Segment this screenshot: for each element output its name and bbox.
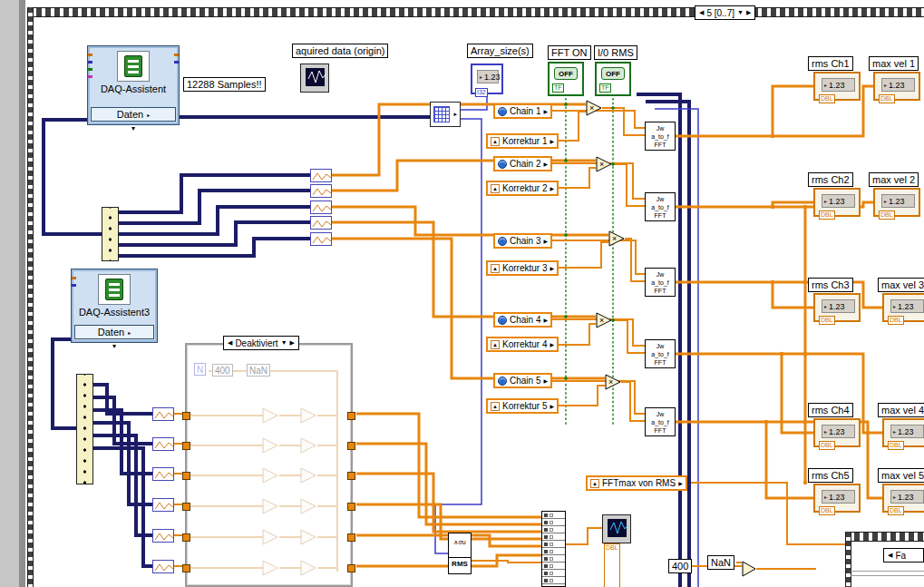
daq-assistent-node[interactable]: DAQ-Assistent Daten ▸ ▾ <box>87 45 180 125</box>
convert-dynamic-icon[interactable] <box>310 216 332 230</box>
daq-assistent-title: DAQ-Assistent <box>88 83 179 94</box>
sequence2-frame-selector[interactable]: ◀ Fa <box>883 548 924 563</box>
tunnel <box>182 442 190 450</box>
gutter-scroll-edge[interactable] <box>19 0 25 587</box>
korrektur-label: Korrektur 2 <box>502 183 547 193</box>
off-button[interactable]: OFF <box>601 67 625 80</box>
convert-dynamic-icon[interactable] <box>152 498 174 512</box>
prev-frame-icon[interactable]: ◀ <box>699 9 704 16</box>
daten-terminal-label: Daten <box>98 327 124 338</box>
daq-assistent-output[interactable]: Daten ▸ <box>91 107 176 122</box>
daq-assistent3-title: DAQ-Assistent3 <box>72 307 157 318</box>
const-nan-label: NaN <box>707 555 734 570</box>
up-icon: ▲ <box>491 137 500 146</box>
expand-icon[interactable]: ▾ <box>112 342 116 350</box>
fft-vi-node[interactable]: Jwa_to_fFFT <box>645 192 676 221</box>
daq-icon <box>98 274 131 305</box>
add-node[interactable] <box>742 561 760 577</box>
convert-dynamic-icon[interactable] <box>310 184 332 198</box>
chain-3-variable[interactable]: Chain 3▶ <box>493 233 552 249</box>
next-frame-icon[interactable]: ▶ <box>746 9 751 16</box>
frame-dropdown-icon[interactable]: ▼ <box>737 9 744 16</box>
matrix-node[interactable]: ▸ <box>430 102 461 127</box>
rms-vi-node[interactable]: ∧σu RMS <box>448 533 472 574</box>
max-vel-5-indicator[interactable]: ▸1.23DBL <box>882 484 924 513</box>
next-case-icon[interactable]: ▶ <box>290 339 295 347</box>
fftmax-variable[interactable]: ▲FFTmax von RMS▶ <box>586 475 687 491</box>
fft-vi-node[interactable]: Jwa_to_fFFT <box>645 268 676 297</box>
max-vel-3-indicator[interactable]: ▸1.23DBL <box>882 293 924 322</box>
output-tick-icon <box>174 54 179 56</box>
convert-dynamic-icon[interactable] <box>310 169 332 182</box>
prev-frame-icon[interactable]: ◀ <box>888 552 892 559</box>
rms-label: RMS <box>449 557 471 574</box>
rms-glyph: ∧σu <box>449 533 471 557</box>
rms-ch2-indicator[interactable]: ▸1.23DBL <box>813 188 861 217</box>
korrektur-4-variable[interactable]: ▲Korrektur 4▶ <box>486 337 559 352</box>
convert-dynamic-icon[interactable] <box>152 467 174 481</box>
sequence-frame-selector[interactable]: ◀ 5 [0..7] ▼ ▶ <box>695 5 755 20</box>
max-vel-2-indicator[interactable]: ▸1.23DBL <box>873 188 920 217</box>
tunnel <box>182 472 190 480</box>
prev-case-icon[interactable]: ◀ <box>228 339 232 347</box>
convert-dynamic-icon[interactable] <box>152 529 174 543</box>
split-signals-node[interactable] <box>76 374 93 484</box>
convert-dynamic-icon[interactable] <box>152 407 174 421</box>
rms-ch5-indicator[interactable]: ▸1.23DBL <box>813 484 861 513</box>
terminal-arrow-icon: ▸ <box>128 329 131 336</box>
chain-5-variable[interactable]: Chain 5▶ <box>493 373 552 388</box>
expand-icon[interactable]: ▾ <box>131 124 135 132</box>
convert-dynamic-icon[interactable] <box>152 437 174 451</box>
chain-4-variable[interactable]: Chain 4▶ <box>493 312 552 328</box>
fft-vi-node[interactable]: Jwa_to_fFFT <box>645 407 676 436</box>
rms-ch3-indicator[interactable]: ▸1.23DBL <box>813 293 861 322</box>
split-signals-node[interactable] <box>102 207 119 261</box>
sequence2-frame-label: Fa <box>895 551 906 561</box>
multiply-node[interactable]: × <box>605 374 623 390</box>
globe-icon <box>498 377 507 386</box>
waveform-graph-icon[interactable] <box>300 64 329 93</box>
off-button[interactable]: OFF <box>554 67 578 80</box>
fft-on-switch[interactable]: OFF TF <box>548 62 584 96</box>
rms-ch1-label: rms Ch1 <box>808 56 853 71</box>
array-size-indicator[interactable]: ▸1.23 I32 <box>471 64 503 94</box>
fft-on-label: FFT ON <box>548 45 591 60</box>
rms-ch4-indicator[interactable]: ▸1.23DBL <box>813 418 861 447</box>
korrektur-label: Korrektur 1 <box>502 136 547 146</box>
multiply-node[interactable]: × <box>596 156 614 172</box>
max-vel-1-indicator[interactable]: ▸1.23DBL <box>873 72 920 101</box>
output-tick-icon <box>174 61 179 64</box>
disabled-400-constant: 400 <box>212 364 233 377</box>
inc-icon: ▶ <box>543 161 548 167</box>
waveform-graph2-icon[interactable] <box>602 514 631 543</box>
build-array-node[interactable] <box>541 511 566 587</box>
chain-2-variable[interactable]: Chain 2▶ <box>493 156 552 171</box>
case-dropdown-icon[interactable]: ▼ <box>281 339 287 347</box>
io-rms-switch[interactable]: OFF TF <box>595 62 631 96</box>
korrektur-5-variable[interactable]: ▲Korrektur 5▶ <box>486 398 559 414</box>
inc-icon: ▶ <box>550 265 554 271</box>
dbl-type-chip: DBL <box>819 441 835 450</box>
korrektur-1-variable[interactable]: ▲Korrektur 1▶ <box>486 133 559 149</box>
max-vel-4-indicator[interactable]: ▸1.23DBL <box>882 418 924 447</box>
daq-assistent3-node[interactable]: DAQ-Assistent3 Daten ▸ ▾ <box>71 269 158 343</box>
multiply-node[interactable]: × <box>608 230 627 247</box>
convert-dynamic-icon[interactable] <box>310 232 332 246</box>
array-size-value: 1.23 <box>484 73 501 82</box>
korrektur-3-variable[interactable]: ▲Korrektur 3▶ <box>486 260 559 276</box>
chain-1-variable[interactable]: Chain 1▶ <box>493 103 552 119</box>
disable-structure-selector[interactable]: ◀ Deaktiviert ▼ ▶ <box>223 336 299 350</box>
multiply-node[interactable]: × <box>586 100 604 116</box>
i32-type-chip: I32 <box>475 88 488 97</box>
rms-ch1-indicator[interactable]: ▸1.23DBL <box>813 72 861 101</box>
convert-dynamic-icon[interactable] <box>152 560 174 573</box>
convert-dynamic-icon[interactable] <box>310 201 332 214</box>
disable-structure[interactable]: N 400 NaN <box>185 343 353 587</box>
multiply-node[interactable]: × <box>596 312 614 328</box>
fft-vi-node[interactable]: Jwa_to_fFFT <box>645 339 676 368</box>
max-vel-3-label: max vel 3 <box>878 278 924 292</box>
korrektur-2-variable[interactable]: ▲Korrektur 2▶ <box>486 181 559 196</box>
daq-assistent3-output[interactable]: Daten ▸ <box>74 325 154 339</box>
rms-ch4-label: rms Ch4 <box>808 403 853 417</box>
fft-vi-node[interactable]: Jwa_to_fFFT <box>645 122 676 151</box>
